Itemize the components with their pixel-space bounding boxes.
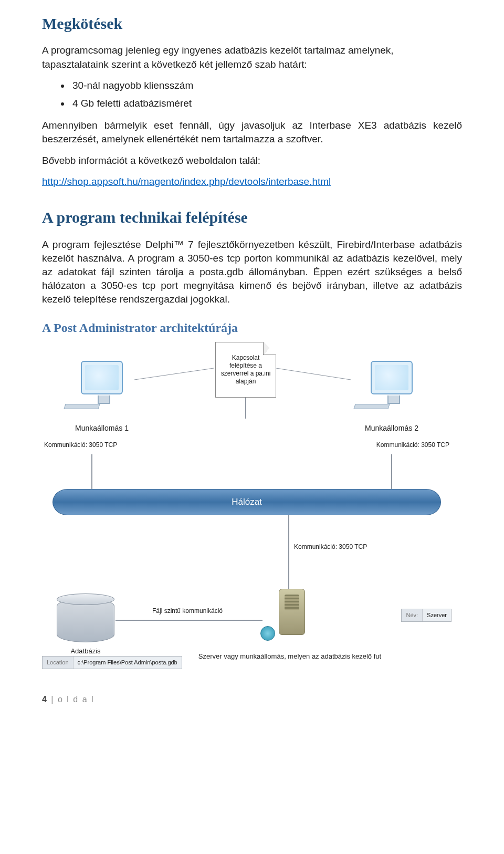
page-word: o l d a l bbox=[58, 695, 94, 704]
keyboard-icon bbox=[64, 404, 100, 409]
database-label: Adatbázis bbox=[51, 647, 120, 656]
page-footer: 4 | o l d a l bbox=[42, 694, 462, 705]
workstation-1: Munkaállomás 1 Kommunikáció: 3050 TCP bbox=[44, 361, 160, 450]
network-label: Hálózat bbox=[52, 489, 441, 515]
network-bar: Hálózat bbox=[52, 489, 441, 515]
disk-icon bbox=[260, 626, 275, 641]
center-comm-label: Kommunikáció: 3050 TCP bbox=[294, 543, 367, 551]
ws1-label: Munkaállomás 1 bbox=[44, 423, 160, 433]
monitor-icon bbox=[81, 361, 123, 394]
location-key: Location bbox=[43, 657, 74, 669]
interbase-link[interactable]: http://shop.appsoft.hu/magento/index.php… bbox=[42, 176, 331, 187]
heading-technikai: A program technikai felépítése bbox=[42, 206, 462, 228]
list-item: 30-nál nagyobb kliensszám bbox=[70, 79, 462, 92]
page-number: 4 bbox=[42, 695, 48, 704]
server-name-box: Név: Szerver bbox=[401, 609, 452, 622]
server bbox=[260, 589, 323, 635]
ws2-comm: Kommunikáció: 3050 TCP bbox=[334, 441, 449, 450]
recommendation-paragraph: Amennyiben bármelyik eset fennáll, úgy j… bbox=[42, 119, 462, 146]
name-value: Szerver bbox=[423, 609, 451, 621]
location-box: Location c:\Program Files\Post Admin\pos… bbox=[42, 656, 182, 669]
database-icon bbox=[57, 598, 114, 642]
file-comm-label: Fájl szintű kommunikáció bbox=[152, 607, 223, 616]
heading-megkotesek: Megkötések bbox=[42, 13, 462, 34]
ws2-label: Munkaállomás 2 bbox=[334, 423, 449, 433]
server-tower-icon bbox=[279, 589, 305, 635]
heading-architektura: A Post Administrator architektúrája bbox=[42, 319, 462, 337]
architecture-diagram: Kapcsolat felépítése a szerverrel a pa.i… bbox=[42, 342, 452, 673]
intro-paragraph: A programcsomag jelenleg egy ingyenes ad… bbox=[42, 44, 462, 71]
monitor-icon bbox=[371, 361, 413, 394]
name-key: Név: bbox=[402, 609, 423, 621]
constraints-list: 30-nál nagyobb kliensszám 4 Gb feletti a… bbox=[42, 79, 462, 110]
tech-paragraph: A program fejlesztése Delphi™ 7 fejleszt… bbox=[42, 238, 462, 307]
keyboard-icon bbox=[353, 404, 390, 409]
database: Adatbázis bbox=[51, 598, 120, 656]
ws1-comm: Kommunikáció: 3050 TCP bbox=[44, 441, 160, 450]
location-value: c:\Program Files\Post Admin\posta.gdb bbox=[74, 657, 182, 669]
server-caption: Szerver vagy munkaállomás, melyen az ada… bbox=[195, 652, 384, 661]
more-info-paragraph: Bővebb információt a következő weboldalo… bbox=[42, 154, 462, 168]
workstation-2: Munkaállomás 2 Kommunikáció: 3050 TCP bbox=[334, 361, 449, 450]
list-item: 4 Gb feletti adatbázisméret bbox=[70, 97, 462, 110]
link-paragraph: http://shop.appsoft.hu/magento/index.php… bbox=[42, 175, 462, 189]
